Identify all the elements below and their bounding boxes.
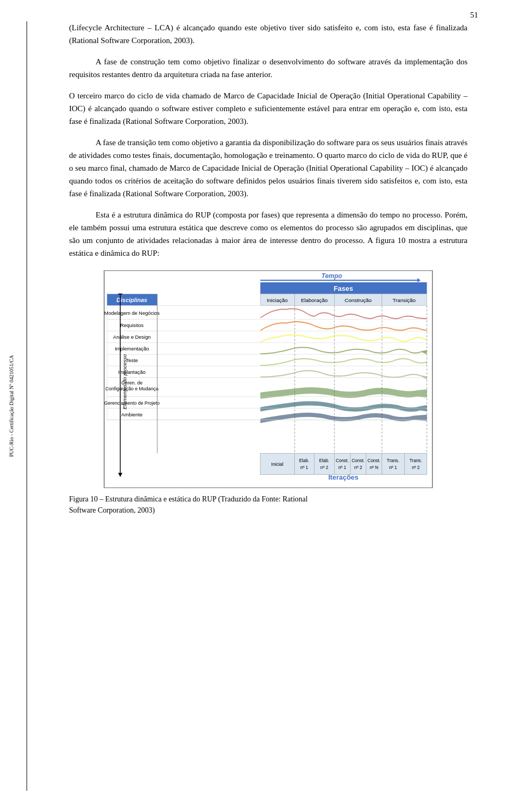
svg-text:Configuração e Mudança: Configuração e Mudança (105, 386, 158, 391)
svg-text:Gerenciamento de Projeto: Gerenciamento de Projeto (104, 400, 159, 406)
svg-text:Tempo: Tempo (321, 272, 342, 280)
svg-text:Trans.: Trans. (410, 458, 422, 463)
rup-diagram-svg: Tempo Fases Iniciação Elaboração Constru… (104, 270, 433, 488)
svg-text:Const.: Const. (352, 458, 364, 463)
svg-text:Transição: Transição (393, 297, 416, 303)
left-border-line (27, 21, 27, 791)
svg-text:nº 2: nº 2 (354, 465, 362, 470)
svg-text:Ambiente: Ambiente (121, 412, 142, 417)
figure-10: Tempo Fases Iniciação Elaboração Constru… (69, 270, 468, 516)
svg-text:Construção: Construção (345, 297, 372, 303)
svg-text:Elab.: Elab. (319, 458, 329, 463)
svg-text:Elaboração: Elaboração (301, 297, 328, 303)
svg-text:nº 1: nº 1 (338, 465, 346, 470)
svg-rect-70 (382, 453, 405, 474)
svg-text:nº N: nº N (370, 465, 378, 470)
figure-caption: Figura 10 – Estrutura dinâmica e estátic… (69, 493, 468, 516)
page-container: 51 PUC-Rio - Certificação Digital Nº 042… (0, 0, 510, 812)
svg-text:Const.: Const. (336, 458, 348, 463)
svg-text:Elementos do processo: Elementos do processo (122, 354, 128, 409)
svg-rect-61 (334, 453, 350, 474)
svg-text:Modelagem de Negócios: Modelagem de Negócios (104, 310, 160, 316)
svg-text:Teste: Teste (126, 357, 138, 363)
svg-text:Const.: Const. (368, 458, 380, 463)
page-number: 51 (470, 11, 478, 20)
svg-text:Inicial: Inicial (271, 462, 283, 467)
svg-text:Fases: Fases (334, 284, 353, 292)
svg-text:Iniciação: Iniciação (267, 297, 288, 303)
svg-rect-58 (314, 453, 335, 474)
svg-rect-67 (366, 453, 382, 474)
paragraph-2: A fase de construção tem como objetivo f… (69, 55, 468, 81)
svg-rect-55 (295, 453, 314, 474)
figure-caption-line1: Figura 10 – Estrutura dinâmica e estátic… (69, 495, 308, 503)
svg-text:Análise e Design: Análise e Design (113, 334, 151, 340)
figure-caption-line2: Software Corporation, 2003) (69, 506, 155, 514)
svg-rect-73 (405, 453, 427, 474)
svg-text:nº 2: nº 2 (320, 465, 328, 470)
svg-text:nº 1: nº 1 (300, 465, 308, 470)
svg-text:Requisitos: Requisitos (120, 322, 143, 328)
side-label: PUC-Rio - Certificação Digital Nº 042105… (9, 355, 15, 457)
svg-text:Disciplinas: Disciplinas (116, 297, 147, 303)
paragraph-1: (Lifecycle Architecture – LCA) é alcança… (69, 21, 468, 47)
svg-rect-64 (350, 453, 366, 474)
svg-text:nº 2: nº 2 (412, 465, 420, 470)
paragraph-5: Esta é a estrutura dinâmica do RUP (comp… (69, 208, 468, 259)
paragraph-3: O terceiro marco do ciclo de vida chamad… (69, 89, 468, 128)
svg-text:Elab.: Elab. (299, 458, 309, 463)
svg-text:Trans.: Trans. (387, 458, 400, 463)
svg-text:nº 1: nº 1 (389, 465, 397, 470)
paragraph-4: A fase de transição tem como objetivo a … (69, 136, 468, 200)
main-content: (Lifecycle Architecture – LCA) é alcança… (69, 21, 468, 516)
